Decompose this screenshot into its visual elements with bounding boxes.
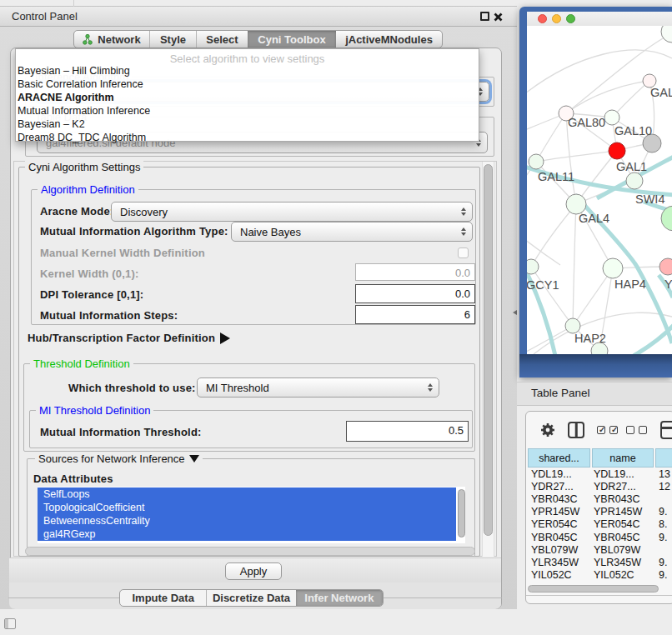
algorithm-option[interactable]: Bayesian – Hill Climbing xyxy=(18,64,130,78)
tab-discretize-data[interactable]: Discretize Data xyxy=(206,590,295,606)
table-column-header[interactable] xyxy=(655,448,672,468)
columns-icon[interactable] xyxy=(568,422,584,438)
network-node-GAL11[interactable] xyxy=(529,154,544,169)
table-column-header[interactable]: name xyxy=(592,448,654,468)
network-node-GCY1[interactable] xyxy=(527,259,539,274)
algorithm-option[interactable]: Dream8 DC_TDC Algorithm xyxy=(18,131,146,144)
mi-type-label: Mutual Information Algorithm Type: xyxy=(40,225,228,238)
combo-stepper-icon xyxy=(461,222,466,241)
manual-kernel-checkbox[interactable] xyxy=(458,248,469,258)
table-hscrollbar-thumb[interactable] xyxy=(528,585,659,592)
network-node-salmon[interactable] xyxy=(659,258,672,275)
checked-checkbox-icon[interactable]: ✓ xyxy=(609,426,618,434)
expand-arrow-icon[interactable] xyxy=(220,332,230,344)
mi-type-combo[interactable]: Naive Bayes xyxy=(231,222,473,242)
network-edge[interactable] xyxy=(573,204,576,326)
algorithm-option[interactable]: Bayesian – K2 xyxy=(18,118,85,131)
dpi-tolerance-input[interactable]: 0.0 xyxy=(355,284,475,303)
tab-jactivemnodules[interactable]: jActiveMNodules xyxy=(336,31,442,48)
table-row[interactable]: YDR27...YDR27...12 xyxy=(527,481,672,493)
table-row[interactable]: YPR145WYPR145W9. xyxy=(527,506,672,518)
which-threshold-label: Which threshold to use: xyxy=(68,382,196,394)
which-threshold-combo[interactable]: MI Threshold xyxy=(197,378,439,398)
data-attribute-item[interactable]: SelfLoops xyxy=(38,488,456,501)
control-panel-title: Control Panel xyxy=(12,10,78,22)
aracne-mode-label: Aracne Mode: xyxy=(40,205,113,218)
table-row[interactable]: YBL079WYBL079W xyxy=(527,544,672,557)
network-node-HAP4[interactable] xyxy=(603,258,623,278)
combo-stepper-icon xyxy=(461,202,466,221)
algorithm-option[interactable]: ARACNE Algorithm xyxy=(18,91,114,104)
control-panel-window: Control Panel Inference Algorithm Table … xyxy=(0,7,517,609)
network-edge[interactable] xyxy=(566,81,649,113)
table-row[interactable]: YDL19...YDL19...13 xyxy=(527,468,672,481)
table-cell: YER054C xyxy=(594,518,640,530)
float-window-icon[interactable] xyxy=(480,12,489,21)
window-zoom-traffic-icon[interactable] xyxy=(566,14,575,23)
tab-network[interactable]: Network xyxy=(74,31,149,48)
tab-cyni-toolbox[interactable]: Cyni Toolbox xyxy=(248,31,336,48)
window-minimize-traffic-icon[interactable] xyxy=(552,14,561,23)
network-window-titlebar[interactable] xyxy=(527,12,672,26)
table-row[interactable]: YBR045CYBR045C9. xyxy=(527,532,672,544)
table-cell: YIL052C xyxy=(594,569,634,581)
unchecked-checkbox-icon[interactable] xyxy=(639,426,647,434)
settings-vscrollbar-thumb[interactable] xyxy=(484,164,493,536)
tab-cyni-toolbox-label: Cyni Toolbox xyxy=(258,33,325,46)
network-node-GAL10[interactable] xyxy=(604,110,619,125)
tab-infer-network-label: Infer Network xyxy=(304,592,374,604)
collapsed-panel-icon-detail xyxy=(5,619,8,628)
control-panel-titlebar[interactable]: Control Panel xyxy=(0,7,517,27)
mit-input[interactable]: 0.5 xyxy=(346,421,469,442)
network-edge[interactable] xyxy=(566,33,672,113)
network-node-GAL1[interactable] xyxy=(609,142,625,159)
gear-icon[interactable] xyxy=(539,422,556,438)
table-row[interactable]: YLR345WYLR345W9. xyxy=(527,557,672,569)
attr-list-scrollbar[interactable] xyxy=(458,489,465,538)
network-node-SWI4[interactable] xyxy=(626,172,643,189)
tab-select[interactable]: Select xyxy=(196,31,248,48)
table-row[interactable]: YIL052CYIL052C9. xyxy=(527,569,672,582)
close-icon[interactable] xyxy=(494,12,503,22)
table-cell: YBL079W xyxy=(531,544,578,556)
splitpane-collapse-icon[interactable] xyxy=(513,310,517,315)
table-cell: YBR043C xyxy=(594,493,640,505)
network-window-bottom-frame xyxy=(519,354,672,378)
network-node-topright[interactable] xyxy=(661,26,672,42)
tab-style[interactable]: Style xyxy=(149,31,196,48)
tab-infer-network[interactable]: Infer Network xyxy=(296,590,383,606)
table-row[interactable]: YER054CYER054C8. xyxy=(527,518,672,531)
table-cell: YDL19... xyxy=(531,468,572,480)
data-attributes-list[interactable]: SelfLoopsTopologicalCoefficientBetweenne… xyxy=(38,487,465,543)
settings-hscrollbar-thumb[interactable] xyxy=(25,547,475,556)
apply-button[interactable]: Apply xyxy=(225,562,282,580)
network-edge[interactable] xyxy=(531,204,576,267)
data-attribute-item[interactable]: TopologicalCoefficient xyxy=(38,501,456,514)
tab-select-label: Select xyxy=(206,33,238,46)
data-attribute-item[interactable]: BetweennessCentrality xyxy=(38,514,456,528)
dpi-tolerance-label: DPI Tolerance [0,1]: xyxy=(40,288,143,301)
checked-checkbox-icon[interactable]: ✓ xyxy=(597,426,605,434)
network-canvas[interactable]: GAL2GAL80GAL10GAL1GAL11SWI4GAL4GCY1HAP4Y… xyxy=(527,26,672,354)
unchecked-checkbox-icon[interactable] xyxy=(626,426,634,434)
table-icon[interactable] xyxy=(660,421,672,439)
table-column-header[interactable]: shared... xyxy=(528,448,590,468)
data-attribute-item[interactable]: gal4RGexp xyxy=(38,528,456,541)
network-node-label: GAL10 xyxy=(614,124,652,138)
network-node-label: GAL1 xyxy=(616,160,647,173)
mi-steps-input[interactable]: 6 xyxy=(355,305,475,324)
sources-group-label[interactable]: Sources for Network Inference xyxy=(35,452,203,465)
table-row[interactable]: YBR043CYBR043C xyxy=(527,493,672,506)
network-edge[interactable] xyxy=(536,113,566,162)
aracne-mode-combo[interactable]: Discovery xyxy=(111,202,473,222)
table-cell: YPR145W xyxy=(531,506,579,518)
collapsed-panel-icon[interactable] xyxy=(4,618,16,629)
table-header-row: shared...name xyxy=(527,448,672,468)
kernel-width-input[interactable]: 0.0 xyxy=(355,263,475,281)
tab-impute-data[interactable]: Impute Data xyxy=(120,590,206,606)
network-edge[interactable] xyxy=(536,151,617,162)
algorithm-option[interactable]: Basic Correlation Inference xyxy=(18,78,143,91)
hub-definition-label[interactable]: Hub/Transcription Factor Definition xyxy=(28,332,215,344)
algorithm-option[interactable]: Mutual Information Inference xyxy=(18,104,150,118)
window-close-traffic-icon[interactable] xyxy=(538,14,547,23)
